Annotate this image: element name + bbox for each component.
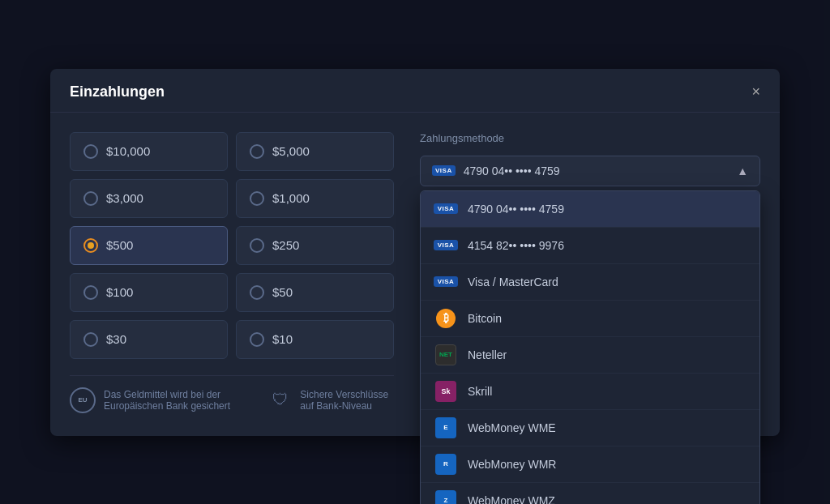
modal-title: Einzahlungen (70, 83, 165, 100)
payment-option-label-webmoney-wmz: WebMoney WMZ (468, 494, 555, 505)
radio-inner-amt-500 (88, 242, 94, 249)
footer-text-eu: Das Geldmittel wird bei der Europäischen… (104, 389, 250, 412)
close-button[interactable]: × (751, 84, 760, 99)
webmoney-wmr-icon: R (435, 454, 456, 475)
visa-icon: VISA (434, 276, 459, 287)
skrill-icon: Sk (435, 381, 456, 402)
radio-circle-amt-3000 (83, 191, 98, 206)
amount-label-amt-30: $30 (106, 332, 126, 346)
payment-dropdown-menu: VISA4790 04•• •••• 4759VISA4154 82•• •••… (420, 190, 760, 505)
payment-section-label: Zahlungsmethode (420, 132, 760, 144)
amount-label-amt-50: $50 (272, 285, 293, 299)
radio-circle-amt-1000 (250, 191, 264, 206)
radio-circle-amt-30 (83, 332, 98, 347)
radio-circle-amt-100 (83, 285, 98, 300)
payment-option-webmoney-wmz[interactable]: ZWebMoney WMZ (421, 483, 759, 505)
deposit-modal: Einzahlungen × $10,000$5,000$3,000$1,000… (50, 69, 780, 436)
radio-circle-amt-250 (250, 238, 264, 253)
radio-circle-amt-10000 (83, 144, 98, 159)
right-panel: Zahlungsmethode VISA 4790 04•• •••• 4759… (420, 132, 760, 416)
payment-option-label-webmoney-wmr: WebMoney WMR (468, 458, 556, 471)
radio-circle-amt-50 (250, 285, 264, 300)
payment-option-visa1[interactable]: VISA4790 04•• •••• 4759 (421, 191, 759, 228)
visa-icon: VISA (434, 240, 459, 250)
footer-info: EU Das Geldmittel wird bei der Europäisc… (70, 375, 394, 416)
radio-circle-amt-500 (83, 238, 98, 253)
payment-option-webmoney-wmr[interactable]: RWebMoney WMR (421, 446, 759, 483)
amount-label-amt-250: $250 (272, 238, 299, 252)
visa-badge-icon: VISA (432, 165, 456, 176)
amount-option-amt-500[interactable]: $500 (70, 226, 228, 265)
footer-text-security: Sichere Verschlüsse auf Bank-Niveau (300, 389, 394, 412)
amount-label-amt-10000: $10,000 (106, 144, 150, 158)
amount-label-amt-10: $10 (272, 332, 293, 346)
visa-icon: VISA (434, 203, 459, 214)
modal-header: Einzahlungen × (50, 69, 780, 113)
footer-item-security: 🛡 Sichere Verschlüsse auf Bank-Niveau (269, 387, 394, 413)
amount-option-amt-10[interactable]: $10 (236, 320, 394, 359)
eu-badge-icon: EU (70, 387, 96, 413)
payment-option-label-webmoney-wme: WebMoney WME (468, 421, 556, 434)
shield-icon: 🛡 (269, 389, 292, 412)
selected-payment-text: 4790 04•• •••• 4759 (464, 164, 560, 177)
footer-item-eu: EU Das Geldmittel wird bei der Europäisc… (70, 387, 250, 413)
amount-option-amt-50[interactable]: $50 (236, 273, 394, 312)
modal-body: $10,000$5,000$3,000$1,000$500$250$100$50… (50, 113, 780, 436)
amount-option-amt-100[interactable]: $100 (70, 273, 228, 312)
payment-option-label-visa1: 4790 04•• •••• 4759 (468, 203, 564, 216)
dropdown-trigger-left: VISA 4790 04•• •••• 4759 (432, 164, 560, 177)
payment-option-label-neteller: Neteller (468, 348, 507, 361)
payment-option-label-visa2: 4154 82•• •••• 9976 (468, 239, 564, 252)
radio-circle-amt-5000 (250, 144, 264, 159)
payment-option-label-visa3: Visa / MasterCard (468, 275, 558, 288)
amount-option-amt-250[interactable]: $250 (236, 226, 394, 265)
chevron-up-icon: ▲ (737, 164, 748, 177)
payment-option-bitcoin[interactable]: ₿Bitcoin (421, 301, 759, 337)
amount-option-amt-10000[interactable]: $10,000 (70, 132, 228, 171)
amount-option-amt-5000[interactable]: $5,000 (236, 132, 394, 171)
payment-option-neteller[interactable]: NETNeteller (421, 337, 759, 374)
payment-option-visa2[interactable]: VISA4154 82•• •••• 9976 (421, 228, 759, 264)
amount-option-amt-30[interactable]: $30 (70, 320, 228, 359)
amount-label-amt-3000: $3,000 (106, 191, 143, 205)
amount-option-amt-3000[interactable]: $3,000 (70, 179, 228, 218)
webmoney-wme-icon: E (435, 417, 456, 438)
payment-option-label-skrill: Skrill (468, 385, 492, 398)
amount-grid: $10,000$5,000$3,000$1,000$500$250$100$50… (70, 132, 394, 359)
bitcoin-icon: ₿ (436, 309, 456, 328)
neteller-icon: NET (435, 344, 456, 365)
amount-label-amt-5000: $5,000 (272, 144, 310, 158)
left-panel: $10,000$5,000$3,000$1,000$500$250$100$50… (70, 132, 394, 416)
amount-label-amt-100: $100 (106, 285, 133, 299)
payment-option-label-bitcoin: Bitcoin (468, 312, 502, 325)
payment-option-visa3[interactable]: VISAVisa / MasterCard (421, 264, 759, 301)
payment-option-webmoney-wme[interactable]: EWebMoney WME (421, 410, 759, 446)
radio-circle-amt-10 (250, 332, 264, 347)
amount-option-amt-1000[interactable]: $1,000 (236, 179, 394, 218)
payment-dropdown-trigger[interactable]: VISA 4790 04•• •••• 4759 ▲ (420, 156, 760, 186)
amount-label-amt-1000: $1,000 (272, 191, 310, 205)
amount-label-amt-500: $500 (106, 238, 133, 252)
payment-option-skrill[interactable]: SkSkrill (421, 374, 759, 410)
webmoney-wmz-icon: Z (435, 490, 456, 505)
